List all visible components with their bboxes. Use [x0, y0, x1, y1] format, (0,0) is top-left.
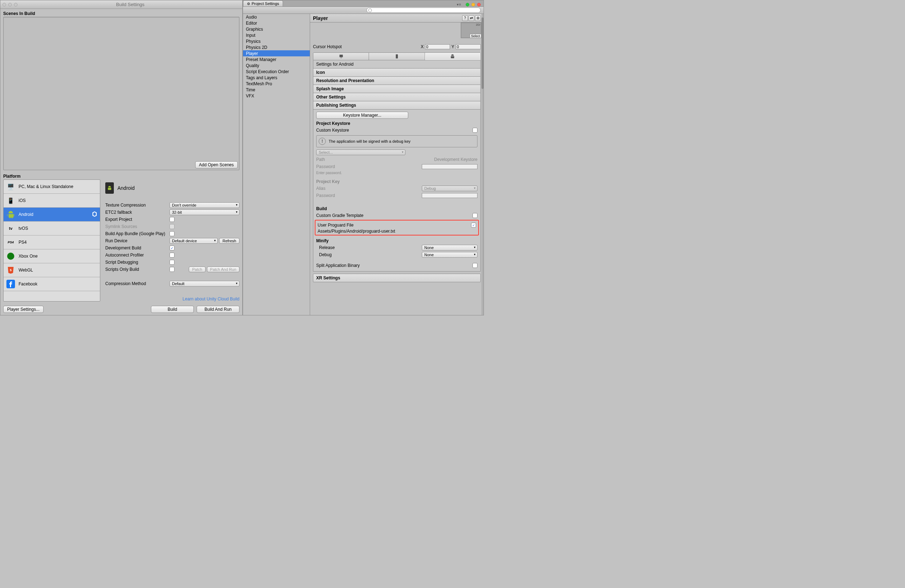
gear-icon: ⚙	[247, 2, 250, 6]
patch-button[interactable]: Patch	[189, 266, 205, 272]
platform-row-ps4[interactable]: PS4 PS4	[3, 236, 100, 249]
platform-detail: Android Texture Compression Don't overri…	[105, 179, 240, 301]
custom-keystore-checkbox[interactable]	[473, 128, 478, 133]
platform-row-ios[interactable]: 📱 iOS	[3, 194, 100, 208]
platform-row-xboxone[interactable]: Xbox One	[3, 249, 100, 263]
close-icon[interactable]	[3, 3, 6, 6]
build-and-run-button[interactable]: Build And Run	[197, 306, 240, 313]
split-binary-label: Split Application Binary	[316, 263, 473, 268]
foldout-icon[interactable]: Icon	[313, 68, 481, 77]
tab-ios[interactable]	[369, 53, 425, 60]
nav-physics2d[interactable]: Physics 2D	[243, 44, 310, 50]
symlink-sources-label: Symlink Sources	[105, 224, 170, 229]
project-settings-window: ⚙ Project Settings ▾≡ Audio Editor Graph…	[243, 0, 484, 315]
add-open-scenes-button[interactable]: Add Open Scenes	[195, 161, 238, 168]
nav-textmesh-pro[interactable]: TextMesh Pro	[243, 81, 310, 87]
platform-label-text: PC, Mac & Linux Standalone	[19, 184, 73, 189]
scenes-list[interactable]: Add Open Scenes	[3, 17, 240, 170]
platform-row-webgl[interactable]: 5 WebGL	[3, 263, 100, 277]
compression-method-label: Compression Method	[105, 281, 170, 286]
nav-script-exec-order[interactable]: Script Execution Order	[243, 68, 310, 74]
foldout-publishing[interactable]: Publishing Settings	[313, 101, 481, 109]
patch-and-run-button[interactable]: Patch And Run	[207, 266, 240, 272]
nav-player[interactable]: Player	[243, 50, 310, 56]
nav-audio[interactable]: Audio	[243, 14, 310, 20]
nav-graphics[interactable]: Graphics	[243, 26, 310, 32]
nav-input[interactable]: Input	[243, 32, 310, 38]
nav-editor[interactable]: Editor	[243, 20, 310, 26]
tab-android[interactable]	[425, 53, 480, 60]
nav-time[interactable]: Time	[243, 87, 310, 93]
scripts-only-build-checkbox[interactable]	[170, 267, 175, 272]
platform-label-text: Xbox One	[19, 254, 38, 259]
refresh-button[interactable]: Refresh	[219, 238, 240, 244]
platform-label-text: PS4	[19, 240, 27, 245]
run-device-select[interactable]: Default device	[170, 238, 218, 244]
preview-badge: 2D/	[476, 23, 480, 26]
project-settings-tab[interactable]: ⚙ Project Settings	[243, 0, 283, 6]
etc2-fallback-select[interactable]: 32-bit	[170, 209, 240, 215]
platform-row-tvos[interactable]: tv tvOS	[3, 222, 100, 236]
nav-vfx[interactable]: VFX	[243, 93, 310, 99]
minify-debug-select[interactable]: None	[422, 252, 478, 258]
platform-list[interactable]: 🖥️ PC, Mac & Linux Standalone 📱 iOS Andr…	[3, 179, 100, 301]
nav-physics[interactable]: Physics	[243, 38, 310, 44]
scrollbar[interactable]	[481, 14, 484, 315]
settings-menu-icon[interactable]: ⚙	[475, 15, 481, 21]
minimize-icon[interactable]	[8, 3, 12, 6]
cursor-x-input[interactable]	[425, 44, 450, 49]
proguard-highlight: User Proguard File Assets/Plugins/Androi…	[315, 220, 479, 236]
foldout-xr[interactable]: XR Settings	[313, 274, 481, 282]
script-debugging-checkbox[interactable]	[170, 260, 175, 265]
ps4-icon: PS4	[6, 237, 16, 247]
minify-debug-label: Debug	[316, 252, 422, 257]
export-project-checkbox[interactable]	[170, 217, 175, 222]
user-proguard-checkbox[interactable]	[471, 223, 476, 228]
foldout-resolution[interactable]: Resolution and Presentation	[313, 77, 481, 85]
keystore-password-input	[422, 164, 478, 169]
default-cursor-preview[interactable]: 2D/ Select	[461, 22, 481, 38]
platform-label: Platform	[0, 170, 242, 179]
development-build-checkbox[interactable]	[170, 246, 175, 250]
panel-menu-icon[interactable]: ▾≡	[457, 3, 461, 6]
info-icon: !	[319, 138, 326, 145]
minify-release-label: Release	[316, 245, 422, 250]
split-binary-checkbox[interactable]	[473, 263, 478, 268]
minify-release-select[interactable]: None	[422, 245, 478, 250]
custom-gradle-checkbox[interactable]	[473, 213, 478, 218]
debug-key-info: ! The application will be signed with a …	[316, 135, 478, 147]
window-green-icon[interactable]	[466, 3, 469, 6]
build-app-bundle-checkbox[interactable]	[170, 231, 175, 236]
settings-category-list[interactable]: Audio Editor Graphics Input Physics Phys…	[243, 14, 310, 315]
zoom-icon[interactable]	[14, 3, 17, 6]
search-input[interactable]	[367, 8, 481, 13]
platform-row-facebook[interactable]: Facebook	[3, 277, 100, 291]
foldout-splash[interactable]: Splash Image	[313, 85, 481, 93]
platform-row-standalone[interactable]: 🖥️ PC, Mac & Linux Standalone	[3, 180, 100, 194]
key-password-input	[422, 193, 478, 198]
cloud-build-link[interactable]: Learn about Unity Cloud Build	[105, 296, 240, 301]
nav-tags-layers[interactable]: Tags and Layers	[243, 74, 310, 81]
unity-logo-icon	[91, 211, 98, 218]
select-texture-button[interactable]: Select	[470, 34, 481, 38]
platform-label-text: Android	[19, 212, 33, 217]
build-button[interactable]: Build	[151, 306, 194, 313]
cursor-y-input[interactable]	[456, 44, 481, 49]
nav-preset-manager[interactable]: Preset Manager	[243, 56, 310, 62]
window-red-icon[interactable]	[477, 3, 481, 6]
compression-method-select[interactable]: Default	[170, 281, 240, 287]
tab-standalone[interactable]	[313, 53, 369, 60]
texture-compression-select[interactable]: Don't override	[170, 202, 240, 208]
publishing-settings-body: Keystore Manager... Project Keystore Cus…	[313, 109, 481, 271]
custom-keystore-label: Custom Keystore	[316, 128, 473, 133]
foldout-other[interactable]: Other Settings	[313, 93, 481, 101]
platform-row-android[interactable]: Android	[3, 208, 100, 222]
preset-icon[interactable]: ⇄	[468, 15, 474, 21]
proguard-path: Assets/Plugins/Android/proguard-user.txt	[318, 229, 476, 234]
help-icon[interactable]: ?	[462, 15, 468, 21]
nav-quality[interactable]: Quality	[243, 62, 310, 68]
keystore-manager-button[interactable]: Keystore Manager...	[316, 112, 408, 119]
player-settings-button[interactable]: Player Settings...	[3, 306, 43, 313]
autoconnect-profiler-checkbox[interactable]	[170, 253, 175, 258]
window-yellow-icon[interactable]	[472, 3, 475, 6]
